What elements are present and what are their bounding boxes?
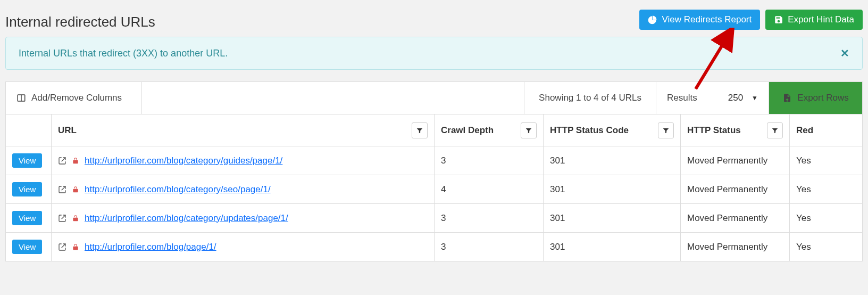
view-button[interactable]: View bbox=[12, 240, 42, 254]
table-row: Viewhttp://urlprofiler.com/blog/category… bbox=[6, 146, 863, 175]
pagination-summary: Showing 1 to 4 of 4 URLs bbox=[524, 82, 656, 114]
table-row: Viewhttp://urlprofiler.com/blog/category… bbox=[6, 204, 863, 233]
view-button[interactable]: View bbox=[12, 153, 42, 168]
http-status-cell: Moved Permanently bbox=[681, 146, 790, 175]
http-status-code-cell: 301 bbox=[544, 146, 681, 175]
column-header-http-status-code[interactable]: HTTP Status Code bbox=[544, 114, 681, 146]
unlock-icon bbox=[72, 185, 79, 194]
export-rows-label: Export Rows bbox=[797, 93, 848, 103]
unlock-icon bbox=[72, 214, 79, 223]
redirected-cell: Yes bbox=[790, 146, 863, 175]
save-icon bbox=[774, 15, 783, 24]
unlock-icon bbox=[72, 243, 79, 251]
view-button[interactable]: View bbox=[12, 211, 42, 225]
column-label: HTTP Status Code bbox=[550, 125, 629, 136]
add-remove-columns-button[interactable]: Add/Remove Columns bbox=[6, 82, 142, 114]
info-banner: Internal URLs that redirect (3XX) to ano… bbox=[5, 37, 863, 70]
crawl-depth-cell: 4 bbox=[435, 175, 544, 204]
chevron-down-icon: ▼ bbox=[752, 94, 758, 102]
pie-chart-icon bbox=[648, 15, 657, 24]
view-button[interactable]: View bbox=[12, 182, 42, 196]
pagination-summary-text: Showing 1 to 4 of 4 URLs bbox=[539, 93, 641, 103]
page-title: Internal redirected URLs bbox=[5, 14, 155, 30]
external-link-icon[interactable] bbox=[58, 214, 66, 223]
http-status-code-cell: 301 bbox=[544, 204, 681, 233]
redirected-cell: Yes bbox=[790, 175, 863, 204]
column-label: Red bbox=[796, 125, 813, 136]
column-header-url[interactable]: URL bbox=[52, 114, 435, 146]
column-header-http-status[interactable]: HTTP Status bbox=[681, 114, 790, 146]
table-toolbar: Add/Remove Columns Showing 1 to 4 of 4 U… bbox=[5, 81, 863, 114]
external-link-icon[interactable] bbox=[58, 243, 66, 251]
export-hint-data-button[interactable]: Export Hint Data bbox=[765, 10, 863, 30]
filter-icon[interactable] bbox=[412, 122, 428, 138]
unlock-icon bbox=[72, 157, 79, 165]
add-remove-columns-label: Add/Remove Columns bbox=[31, 93, 122, 103]
crawl-depth-cell: 3 bbox=[435, 204, 544, 233]
export-icon bbox=[782, 93, 792, 103]
http-status-cell: Moved Permanently bbox=[681, 204, 790, 233]
column-header-redirected[interactable]: Red bbox=[790, 114, 863, 146]
column-label: URL bbox=[58, 125, 77, 136]
url-link[interactable]: http://urlprofiler.com/blog/category/gui… bbox=[85, 155, 282, 166]
filter-icon[interactable] bbox=[658, 122, 674, 138]
http-status-code-cell: 301 bbox=[544, 175, 681, 204]
url-link[interactable]: http://urlprofiler.com/blog/category/seo… bbox=[85, 184, 271, 195]
redirected-cell: Yes bbox=[790, 204, 863, 233]
column-header-view bbox=[6, 114, 52, 146]
filter-icon[interactable] bbox=[767, 122, 783, 138]
info-banner-text: Internal URLs that redirect (3XX) to ano… bbox=[19, 48, 228, 59]
column-label: Crawl Depth bbox=[441, 125, 494, 136]
results-table: URL Crawl Depth bbox=[5, 114, 863, 261]
url-link[interactable]: http://urlprofiler.com/blog/page/1/ bbox=[85, 242, 216, 252]
close-icon[interactable]: ✕ bbox=[840, 47, 849, 60]
results-per-page: Results 250 ▼ bbox=[656, 82, 769, 114]
toolbar-spacer bbox=[142, 82, 524, 114]
view-redirects-report-button[interactable]: View Redirects Report bbox=[639, 10, 760, 30]
external-link-icon[interactable] bbox=[58, 185, 66, 194]
crawl-depth-cell: 3 bbox=[435, 233, 544, 261]
columns-icon bbox=[16, 93, 26, 103]
column-label: HTTP Status bbox=[687, 125, 741, 136]
http-status-code-cell: 301 bbox=[544, 233, 681, 261]
crawl-depth-cell: 3 bbox=[435, 146, 544, 175]
export-rows-button[interactable]: Export Rows bbox=[769, 82, 862, 114]
redirected-cell: Yes bbox=[790, 233, 863, 261]
view-report-label: View Redirects Report bbox=[662, 14, 752, 25]
results-select[interactable]: 250 ▼ bbox=[728, 93, 758, 103]
external-link-icon[interactable] bbox=[58, 157, 66, 165]
results-label: Results bbox=[667, 93, 697, 103]
filter-icon[interactable] bbox=[521, 122, 537, 138]
table-row: Viewhttp://urlprofiler.com/blog/page/1/3… bbox=[6, 233, 863, 261]
http-status-cell: Moved Permanently bbox=[681, 175, 790, 204]
results-value: 250 bbox=[728, 93, 743, 103]
column-header-crawl-depth[interactable]: Crawl Depth bbox=[435, 114, 544, 146]
url-link[interactable]: http://urlprofiler.com/blog/category/upd… bbox=[85, 213, 288, 224]
table-row: Viewhttp://urlprofiler.com/blog/category… bbox=[6, 175, 863, 204]
export-hint-label: Export Hint Data bbox=[788, 14, 854, 25]
header: Internal redirected URLs View Redirects … bbox=[5, 5, 863, 37]
http-status-cell: Moved Permanently bbox=[681, 233, 790, 261]
